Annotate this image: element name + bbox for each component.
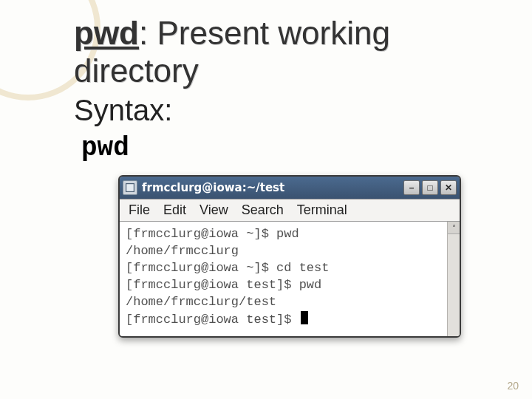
menubar: File Edit View Search Terminal — [120, 199, 460, 222]
terminal-line: [frmcclurg@iowa ~]$ pwd — [126, 226, 441, 243]
terminal-line: [frmcclurg@iowa test]$ — [126, 311, 441, 329]
window-controls: – □ ✕ — [403, 180, 457, 195]
menu-terminal[interactable]: Terminal — [297, 202, 347, 218]
maximize-button[interactable]: □ — [422, 180, 438, 195]
page-number: 20 — [507, 380, 519, 392]
svg-rect-1 — [126, 184, 134, 191]
syntax-command: pwd — [81, 133, 502, 163]
close-button[interactable]: ✕ — [440, 180, 457, 195]
scroll-up-button[interactable]: ˄ — [448, 222, 460, 234]
menu-file[interactable]: File — [129, 202, 150, 218]
slide-content: pwd: Present working directory Syntax: p… — [0, 0, 532, 352]
syntax-label: Syntax: — [74, 94, 502, 127]
terminal-line: [frmcclurg@iowa ~]$ cd test — [126, 260, 441, 277]
terminal-cursor — [301, 311, 308, 324]
minimize-button[interactable]: – — [403, 180, 420, 195]
terminal-body-wrap: [frmcclurg@iowa ~]$ pwd/home/frmcclurg[f… — [120, 222, 460, 336]
terminal-body[interactable]: [frmcclurg@iowa ~]$ pwd/home/frmcclurg[f… — [120, 222, 447, 336]
menu-edit[interactable]: Edit — [163, 202, 186, 218]
terminal-line: [frmcclurg@iowa test]$ pwd — [126, 277, 441, 294]
menu-view[interactable]: View — [200, 202, 228, 218]
window-titlebar: frmcclurg@iowa:~/test – □ ✕ — [120, 177, 460, 199]
title-command: pwd — [74, 15, 139, 51]
scrollbar[interactable]: ˄ — [447, 222, 460, 336]
terminal-line: /home/frmcclurg/test — [126, 294, 441, 311]
slide-title: pwd: Present working directory — [74, 15, 502, 89]
terminal-app-icon — [123, 180, 137, 195]
menu-search[interactable]: Search — [242, 202, 284, 218]
terminal-line: /home/frmcclurg — [126, 243, 441, 260]
terminal-window: frmcclurg@iowa:~/test – □ ✕ File Edit Vi… — [118, 175, 461, 338]
window-title-text: frmcclurg@iowa:~/test — [142, 181, 399, 194]
